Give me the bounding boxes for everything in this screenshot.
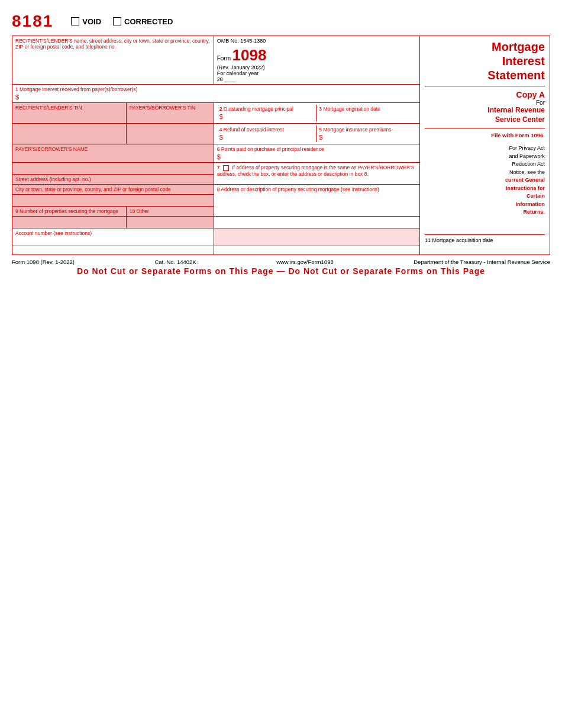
box2-cell: 2 Outstanding mortgage principal $ bbox=[217, 105, 317, 121]
dept-label: Department of the Treasury - Internal Re… bbox=[414, 259, 550, 265]
box3-label: 3 Mortgage origination date bbox=[319, 106, 414, 112]
void-label: VOID bbox=[82, 17, 101, 26]
cal-year-value: 20 ____ bbox=[217, 76, 416, 82]
account-number-label: Account number (see instructions) bbox=[15, 230, 211, 236]
account-number-cell: Account number (see instructions) bbox=[12, 228, 214, 246]
corrected-label: CORRECTED bbox=[124, 17, 173, 26]
right-panel: Mortgage Interest Statement Copy A For I… bbox=[420, 36, 550, 255]
box8-continuation bbox=[214, 217, 419, 228]
box5-dollar: $ bbox=[319, 134, 414, 141]
city-input[interactable] bbox=[12, 195, 214, 207]
box2-dollar: $ bbox=[219, 113, 314, 120]
void-corrected-section: VOID CORRECTED bbox=[71, 17, 173, 26]
box7-cell: 7 If address of property securing mortga… bbox=[214, 163, 419, 185]
mortgage-title-section: Mortgage Interest Statement bbox=[425, 40, 545, 86]
extra-space-right bbox=[214, 246, 419, 255]
box1-dollar: $ bbox=[15, 94, 416, 101]
irs-center: Internal Revenue Service Center bbox=[425, 106, 545, 124]
rev-date: (Rev. January 2022) bbox=[217, 65, 416, 70]
box9-cell: 9 Number of properties securing the mort… bbox=[12, 207, 127, 217]
for-label: For bbox=[425, 99, 545, 106]
recipient-address-label: RECIPIENT'S/LENDER'S name, street addres… bbox=[15, 38, 211, 50]
box2-label: 2 Outstanding mortgage principal bbox=[219, 106, 314, 112]
recipient-tin-cell: RECIPIENT'S/LENDER'S TIN bbox=[12, 103, 127, 124]
payer-tin-cell: PAYER'S/BORROWER'S TIN bbox=[126, 103, 214, 124]
cal-year: For calendar year bbox=[217, 70, 416, 76]
city-label: City or town, state or province, country… bbox=[15, 186, 211, 192]
box2-3-cell: 2 Outstanding mortgage principal $ 3 Mor… bbox=[214, 103, 419, 124]
box6-label: 6 Points paid on purchase of principal r… bbox=[217, 146, 416, 152]
form-number-display: Form 1098 bbox=[217, 46, 416, 65]
box4-dollar: $ bbox=[219, 134, 314, 141]
box10-input[interactable] bbox=[126, 217, 214, 228]
box4-cell: 4 Refund of overpaid interest $ bbox=[217, 125, 317, 142]
box7-checkbox[interactable] bbox=[223, 165, 229, 171]
box8-cell: 8 Address or description of property sec… bbox=[214, 185, 419, 217]
cat-no: Cat. No. 14402K bbox=[154, 259, 196, 265]
payer-name-cell: PAYER'S/BORROWER'S NAME bbox=[12, 144, 214, 163]
corrected-checkbox-label: CORRECTED bbox=[113, 17, 173, 26]
box5-cell: 5 Mortgage insurance premiums $ bbox=[316, 125, 416, 142]
box6-cell: 6 Points paid on purchase of principal r… bbox=[214, 144, 419, 163]
box9-label: 9 Number of properties securing the mort… bbox=[15, 208, 123, 214]
extra-space-left bbox=[12, 246, 214, 255]
corrected-checkbox[interactable] bbox=[113, 17, 121, 25]
box4-label: 4 Refund of overpaid interest bbox=[219, 127, 314, 133]
footer-line1: Form 1098 (Rev. 1-2022) Cat. No. 14402K … bbox=[12, 259, 550, 265]
form-barcode-number: 8181 bbox=[12, 12, 53, 31]
mortgage-acq-date: 11 Mortgage acquisition date bbox=[425, 234, 545, 243]
form-ref: Form 1098 (Rev. 1-2022) bbox=[12, 259, 75, 265]
street-address-label: Street address (including apt. no.) bbox=[15, 176, 211, 182]
form-header: 8181 VOID CORRECTED bbox=[12, 12, 550, 33]
box9-input[interactable] bbox=[12, 217, 127, 228]
box7-label: 7 If address of property securing mortga… bbox=[217, 165, 416, 177]
void-checkbox-label: VOID bbox=[71, 17, 101, 26]
copy-a-section: Copy A For Internal Revenue Service Cent… bbox=[425, 90, 545, 128]
omb-number: OMB No. 1545-1380 bbox=[217, 38, 416, 44]
do-not-cut: Do Not Cut or Separate Forms on This Pag… bbox=[12, 266, 550, 276]
privacy-act-section: For Privacy Act and Paperwork Reduction … bbox=[425, 144, 545, 217]
form-table: RECIPIENT'S/LENDER'S name, street addres… bbox=[12, 36, 550, 255]
website: www.irs.gov/Form1098 bbox=[276, 259, 334, 265]
form-1098-number: 1098 bbox=[232, 46, 267, 64]
city-cell: City or town, state or province, country… bbox=[12, 185, 214, 195]
box3-cell: 3 Mortgage origination date bbox=[316, 105, 416, 121]
recipient-tin-label: RECIPIENT'S/LENDER'S TIN bbox=[15, 105, 123, 111]
box4-5-cell: 4 Refund of overpaid interest $ 5 Mortga… bbox=[214, 124, 419, 144]
payer-tin-input[interactable] bbox=[126, 124, 214, 144]
box1-label: 1 Mortgage interest received from payer(… bbox=[15, 86, 416, 92]
omb-info-cell: OMB No. 1545-1380 Form 1098 (Rev. Januar… bbox=[214, 36, 419, 85]
payer-name-label: PAYER'S/BORROWER'S NAME bbox=[15, 146, 211, 152]
box10-label: 10 Other bbox=[130, 208, 211, 214]
recipient-address-cell: RECIPIENT'S/LENDER'S name, street addres… bbox=[12, 36, 214, 85]
box10-cell: 10 Other bbox=[126, 207, 214, 217]
mortgage-statement-title: Mortgage Interest Statement bbox=[425, 40, 545, 82]
box5-label: 5 Mortgage insurance premiums bbox=[319, 127, 414, 133]
footer: Form 1098 (Rev. 1-2022) Cat. No. 14402K … bbox=[12, 259, 550, 276]
street-address-cell: Street address (including apt. no.) bbox=[12, 175, 214, 185]
account-number-input[interactable] bbox=[214, 228, 419, 246]
box6-dollar: $ bbox=[217, 153, 416, 160]
box8-label: 8 Address or description of property sec… bbox=[217, 186, 416, 192]
payer-tin-label: PAYER'S/BORROWER'S TIN bbox=[130, 105, 211, 111]
recipient-tin-input[interactable] bbox=[12, 124, 127, 144]
payer-name-input[interactable] bbox=[12, 163, 214, 175]
box1-cell: 1 Mortgage interest received from payer(… bbox=[12, 85, 420, 103]
copy-a-label: Copy A bbox=[425, 90, 545, 99]
void-checkbox[interactable] bbox=[71, 17, 79, 25]
page-wrapper: 8181 VOID CORRECTED RECIPIENT'S/LENDER'S… bbox=[12, 12, 550, 276]
file-with: File with Form 1096. bbox=[425, 132, 545, 138]
box2-3-inner: 2 Outstanding mortgage principal $ 3 Mor… bbox=[217, 105, 416, 121]
box4-5-inner: 4 Refund of overpaid interest $ 5 Mortga… bbox=[217, 125, 416, 142]
